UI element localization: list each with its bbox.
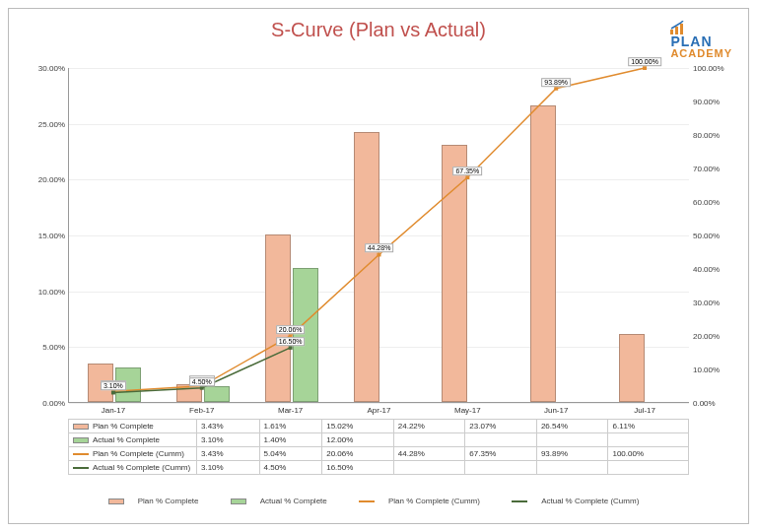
table-row: Actual % Complete (Cumm)3.10%4.50%16.50% [69,461,689,475]
lines-layer [69,68,689,403]
y-left-tick: 0.00% [22,399,65,408]
legend-plan-bar: Plan % Complete [108,497,209,505]
data-table: Plan % Complete3.43%1.61%15.02%24.22%23.… [68,419,689,475]
y-right-tick: 100.00% [693,64,738,73]
y-left-tick: 5.00% [22,343,65,352]
legend-actual-bar: Actual % Complete [231,497,337,505]
table-cell: 3.43% [197,420,260,433]
data-point-label: 4.50% [189,377,215,386]
table-row: Plan % Complete3.43%1.61%15.02%24.22%23.… [69,420,689,433]
y-right-tick: 60.00% [693,198,738,207]
legend-plan-cumm: Plan % Complete (Cumm) [359,497,490,505]
y-right-tick: 20.00% [693,332,738,341]
legend: Plan % Complete Actual % Complete Plan %… [9,497,748,505]
category-label: Apr-17 [350,402,409,415]
logo-text-plan: PLAN [670,34,732,48]
data-point-label: 93.89% [541,78,571,87]
table-cell [608,433,689,447]
svg-rect-10 [111,390,115,394]
table-cell: 44.28% [393,447,465,461]
y-right-tick: 70.00% [693,165,738,173]
logo-text-academy: ACADEMY [670,48,732,59]
table-cell: 20.06% [322,447,394,461]
table-cell: 4.50% [259,461,322,475]
table-cell: 26.54% [536,420,608,433]
svg-rect-8 [554,87,558,91]
y-right-tick: 10.00% [693,366,738,374]
data-point-label: 100.00% [628,57,661,66]
table-cell [608,461,689,475]
svg-rect-11 [200,386,204,390]
table-cell: 1.61% [259,420,322,433]
y-right-tick: 0.00% [693,399,738,408]
table-cell: 5.04% [259,447,322,461]
table-cell: 3.10% [197,461,260,475]
data-point-label: 44.28% [365,244,394,253]
row-header: Plan % Complete [69,420,197,433]
svg-rect-6 [378,252,381,256]
table-cell: 100.00% [608,447,689,461]
table-cell [465,461,537,475]
table-cell: 23.07% [465,420,537,433]
table-cell [393,461,465,475]
y-right-tick: 50.00% [693,232,738,240]
chart-title: S-Curve (Plan vs Actual) [9,19,748,41]
table-cell [536,433,608,447]
data-point-label: 20.06% [276,325,306,334]
y-right-tick: 40.00% [693,265,738,274]
chart-area: 0.00%5.00%10.00%15.00%20.00%25.00%30.00%… [68,68,689,403]
chart-frame: PLAN ACADEMY S-Curve (Plan vs Actual) 0.… [8,8,749,524]
table-cell: 93.89% [536,447,608,461]
table-cell: 12.00% [322,433,394,447]
plot-region: 0.00%5.00%10.00%15.00%20.00%25.00%30.00%… [68,68,689,403]
table-row: Actual % Complete3.10%1.40%12.00% [69,433,689,447]
table-cell: 67.35% [465,447,537,461]
table-cell: 24.22% [393,420,465,433]
row-header: Plan % Complete (Cumm) [69,447,197,461]
table-cell [536,461,608,475]
table-cell: 15.02% [322,420,394,433]
y-left-tick: 30.00% [22,64,65,73]
data-point-label: 67.35% [452,166,482,175]
bar-growth-icon [670,21,684,34]
svg-rect-7 [465,175,469,179]
data-point-label: 3.10% [101,382,126,391]
y-right-tick: 90.00% [693,98,738,106]
table-cell [393,433,465,447]
y-left-tick: 10.00% [22,287,65,296]
y-right-tick: 30.00% [693,299,738,307]
svg-rect-9 [643,66,647,70]
table-cell [465,433,537,447]
y-left-tick: 20.00% [22,175,65,184]
category-label: May-17 [438,402,497,415]
table-cell: 6.11% [608,420,689,433]
logo: PLAN ACADEMY [670,21,732,59]
category-label: Jun-17 [526,402,585,415]
table-cell: 3.10% [197,433,260,447]
table-cell: 16.50% [322,461,394,475]
y-right-tick: 80.00% [693,131,738,140]
table-cell: 1.40% [259,433,322,447]
category-label: Jul-17 [615,402,674,415]
table-row: Plan % Complete (Cumm)3.43%5.04%20.06%44… [69,447,689,461]
data-point-label: 16.50% [276,337,306,346]
category-label: Jan-17 [84,402,143,415]
y-left-tick: 15.00% [22,232,65,240]
legend-actual-cumm: Actual % Complete (Cumm) [512,497,649,505]
category-label: Mar-17 [261,402,320,415]
svg-rect-12 [289,346,293,350]
row-header: Actual % Complete (Cumm) [69,461,197,475]
plan-cumm-line [113,68,645,391]
table-cell: 3.43% [197,447,260,461]
row-header: Actual % Complete [69,433,197,447]
y-left-tick: 25.00% [22,119,65,128]
category-label: Feb-17 [172,402,232,415]
